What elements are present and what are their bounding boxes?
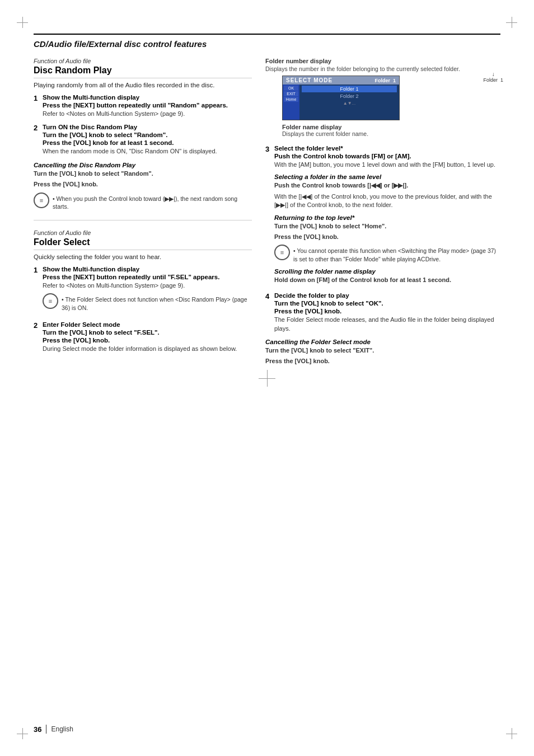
page-title: CD/Audio file/External disc control feat… <box>34 39 207 49</box>
right-step-3-content: Select the folder level* Push the Contro… <box>274 145 500 284</box>
step-2-left: 2 Turn ON the Disc Random Play Turn the … <box>34 124 252 156</box>
home-button: Home <box>284 97 298 102</box>
display-screen: SELECT MODE Folder 1 OK EXIT Home Folder… <box>282 76 400 120</box>
top-level-bold2: Press the [VOL] knob. <box>274 233 500 241</box>
note-block-3: • You cannot operate this function when … <box>274 245 500 263</box>
fsel-step-1-bold: Press the [NEXT] button repeatedly until… <box>43 274 252 280</box>
folder-number-arrow: ↓ Folder 1 <box>483 71 503 83</box>
step-1-number: 1 <box>34 94 43 102</box>
step-1-bold: Press the [NEXT] button repeatedly until… <box>43 102 252 109</box>
top-level-heading: Returning to the top level* <box>274 214 500 221</box>
folder-item-3: ▲▼... <box>302 100 397 106</box>
right-step-3: 3 Select the folder level* Push the Cont… <box>265 145 500 287</box>
exit-button: EXIT <box>284 91 298 96</box>
note-block-1: • When you push the Control knob toward … <box>34 192 252 211</box>
folder-item-1: Folder 1 <box>302 86 397 92</box>
note-text-2: • The Folder Select does not function wh… <box>62 295 252 312</box>
right-step-3-body1: With the [AM] button, you move 1 level d… <box>274 161 500 169</box>
step-2-number: 2 <box>34 124 43 132</box>
folder-name-label: Folder name display <box>282 124 500 130</box>
step-1-left: 1 Show the Multi-function display Press … <box>34 94 252 118</box>
fsel-step-2: 2 Enter Folder Select mode Turn the [VOL… <box>34 321 252 353</box>
section2-title: Folder Select <box>34 237 252 250</box>
cancel-random-heading: Cancelling the Disc Random Play <box>34 162 252 168</box>
step-2-content: Turn ON the Disc Random Play Turn the [V… <box>43 124 252 156</box>
page-language: English <box>51 725 73 733</box>
folder-name-sublabel: Displays the current folder name. <box>282 130 500 137</box>
screen-container: ↓ Folder 1 SELECT MODE Folder 1 OK EXIT <box>282 76 500 120</box>
step-2-bold1: Turn the [VOL] knob to select "Random". <box>43 132 252 138</box>
same-level-heading: Selecting a folder in the same level <box>274 173 500 180</box>
right-column: Folder number display Displays the numbe… <box>265 58 500 368</box>
cancel-random-bold2: Press the [VOL] knob. <box>34 180 252 189</box>
section2-label: Function of Audio file <box>34 229 252 236</box>
section1-intro: Playing randomly from all of the Audio f… <box>34 82 252 88</box>
folder-number-display-label: Folder number display <box>265 58 500 64</box>
folder-item-2: Folder 2 <box>302 93 397 100</box>
cancel-folder-heading: Cancelling the Folder Select mode <box>265 339 500 345</box>
section-divider <box>34 220 252 220</box>
fsel-step-2-bold2: Press the [VOL] knob. <box>43 337 252 344</box>
screen-folder-num: Folder 1 <box>374 78 396 83</box>
page-footer: 36 English <box>34 725 500 734</box>
left-column: Function of Audio file Disc Random Play … <box>34 58 252 368</box>
right-step-3-number: 3 <box>265 145 274 153</box>
folder-name-display-area: Folder name display Displays the current… <box>282 124 500 137</box>
page-header: CD/Audio file/External disc control feat… <box>34 34 500 49</box>
fsel-step-2-content: Enter Folder Select mode Turn the [VOL] … <box>43 321 252 353</box>
right-step-4-number: 4 <box>265 292 274 300</box>
fsel-step-1-heading: Show the Multi-function display <box>43 266 252 273</box>
page-number: 36 <box>34 725 41 734</box>
fsel-step-1: 1 Show the Multi-function display Press … <box>34 266 252 316</box>
note-text-3: • You cannot operate this function when … <box>293 247 500 263</box>
ok-button: OK <box>284 86 298 91</box>
right-step-4-bold1: Turn the [VOL] knob to select "OK". <box>274 300 500 307</box>
step-1-heading: Show the Multi-function display <box>43 94 252 101</box>
note-block-2: • The Folder Select does not function wh… <box>43 293 252 312</box>
fsel-step-2-heading: Enter Folder Select mode <box>43 321 252 328</box>
screen-mode-text: SELECT MODE <box>286 77 332 83</box>
fsel-step-2-bold1: Turn the [VOL] knob to select "F.SEL". <box>43 329 252 336</box>
step-2-body: When the random mode is ON, "Disc Random… <box>43 147 252 156</box>
fsel-step-1-body: Refer to <Notes on Multi-function System… <box>43 281 252 290</box>
note-icon-3 <box>274 245 290 260</box>
section2-intro: Quickly selecting the folder you want to… <box>34 253 252 260</box>
top-level-bold1: Turn the [VOL] knob to select "Home". <box>274 222 500 231</box>
folder-number-display-sublabel: Displays the number in the folder belong… <box>265 65 500 72</box>
step-1-content: Show the Multi-function display Press th… <box>43 94 252 118</box>
right-step-3-bold: Push the Control knob towards [FM] or [A… <box>274 153 500 159</box>
step-2-bold2: Press the [VOL] knob for at least 1 seco… <box>43 139 252 146</box>
step-2-heading: Turn ON the Disc Random Play <box>43 124 252 130</box>
step-1-body: Refer to <Notes on Multi-function System… <box>43 110 252 118</box>
screen-side-buttons: OK EXIT Home <box>283 84 299 120</box>
same-level-bold: Push the Control knob towards [|◀◀] or [… <box>274 181 500 190</box>
cancel-random-bold1: Turn the [VOL] knob to select "Random". <box>34 170 252 178</box>
right-step-4-heading: Decide the folder to play <box>274 292 500 299</box>
right-step-4-body: The Folder Select mode releases, and the… <box>274 316 500 333</box>
fsel-step-1-content: Show the Multi-function display Press th… <box>43 266 252 312</box>
scroll-heading: Scrolling the folder name display <box>274 268 500 275</box>
screen-folders: Folder 1 Folder 2 ▲▼... <box>299 84 399 120</box>
right-step-4-bold2: Press the [VOL] knob. <box>274 308 500 314</box>
same-level-body: With the [|◀◀] of the Control knob, you … <box>274 192 500 210</box>
fsel-step-2-body: During Select mode the folder informatio… <box>43 345 252 353</box>
right-step-4: 4 Decide the folder to play Turn the [VO… <box>265 292 500 333</box>
display-area: Folder number display Displays the numbe… <box>265 58 500 137</box>
scroll-bold: Hold down on [FM] of the Control knob fo… <box>274 276 500 284</box>
note-icon-2 <box>43 293 58 309</box>
note-icon-1 <box>34 192 49 208</box>
footer-divider <box>46 725 46 734</box>
content-area: Function of Audio file Disc Random Play … <box>34 58 500 368</box>
cancel-folder-bold1: Turn the [VOL] knob to select "EXIT". <box>265 346 500 355</box>
screen-top-bar: SELECT MODE Folder 1 <box>283 76 399 84</box>
right-step-4-content: Decide the folder to play Turn the [VOL]… <box>274 292 500 333</box>
screen-sidebar: OK EXIT Home Folder 1 Folder 2 ▲▼... <box>283 84 399 120</box>
section1-title: Disc Random Play <box>34 65 252 78</box>
fsel-step-1-number: 1 <box>34 266 43 274</box>
note-text-1: • When you push the Control knob toward … <box>53 195 252 211</box>
right-step-3-heading: Select the folder level* <box>274 145 500 152</box>
cancel-folder-bold2: Press the [VOL] knob. <box>265 357 500 365</box>
section1-label: Function of Audio file <box>34 58 252 64</box>
fsel-step-2-number: 2 <box>34 321 43 330</box>
